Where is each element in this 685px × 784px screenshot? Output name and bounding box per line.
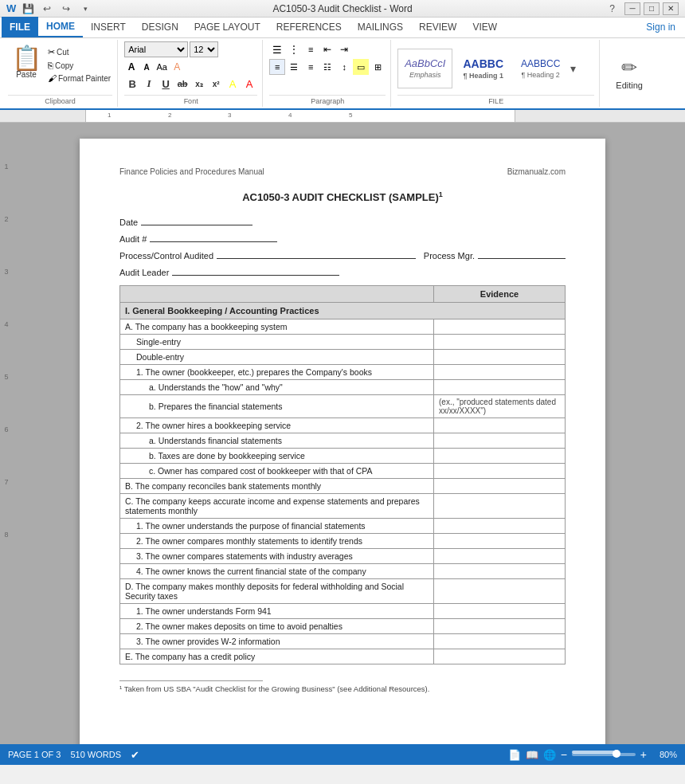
process-mgr-field[interactable] bbox=[478, 248, 566, 259]
evidence-cell bbox=[434, 579, 566, 604]
align-left-button[interactable]: ≡ bbox=[269, 59, 285, 75]
font-size-selector[interactable]: 12 bbox=[190, 41, 218, 57]
increase-indent-button[interactable]: ⇥ bbox=[336, 41, 352, 57]
web-layout-icon[interactable]: 🌐 bbox=[543, 749, 556, 761]
tab-design[interactable]: DESIGN bbox=[134, 17, 186, 37]
quick-redo[interactable]: ↪ bbox=[59, 2, 73, 16]
styles-scroll-down[interactable]: ▾ bbox=[570, 62, 576, 75]
cut-button[interactable]: ✂ Cut bbox=[46, 46, 112, 58]
zoom-in-button[interactable]: + bbox=[640, 748, 647, 761]
read-mode-icon[interactable]: 📖 bbox=[526, 749, 538, 761]
item-cell: Double-entry bbox=[120, 350, 434, 365]
table-row: Single-entry bbox=[120, 335, 566, 350]
multilevel-button[interactable]: ≡ bbox=[303, 41, 319, 57]
tab-mailings[interactable]: MAILINGS bbox=[350, 17, 411, 37]
paste-label: Paste bbox=[16, 70, 37, 79]
superscript-button[interactable]: x² bbox=[208, 76, 224, 92]
table-row: B. The company reconciles bank statement… bbox=[120, 479, 566, 494]
evidence-cell bbox=[434, 519, 566, 534]
date-field[interactable] bbox=[141, 214, 252, 225]
maximize-button[interactable]: □ bbox=[644, 2, 660, 15]
subscript-button[interactable]: x₂ bbox=[191, 76, 207, 92]
clear-format-button[interactable]: A bbox=[170, 60, 184, 74]
justify-button[interactable]: ☷ bbox=[319, 59, 335, 75]
item-cell: Single-entry bbox=[120, 335, 434, 350]
highlight-button[interactable]: A bbox=[225, 76, 241, 92]
tab-view[interactable]: VIEW bbox=[464, 17, 505, 37]
zoom-out-button[interactable]: − bbox=[561, 748, 567, 761]
audit-leader-label: Audit Leader bbox=[119, 268, 169, 277]
quick-more[interactable]: ▾ bbox=[78, 2, 92, 16]
format-painter-button[interactable]: 🖌 Format Painter bbox=[46, 73, 112, 84]
align-right-button[interactable]: ≡ bbox=[303, 59, 319, 75]
header-right: Bizmanualz.com bbox=[507, 167, 566, 176]
sign-in-button[interactable]: Sign in bbox=[636, 17, 685, 37]
editing-label: Editing bbox=[616, 80, 643, 90]
form-fields: Date Audit # Process/Control Audited Pro… bbox=[119, 214, 566, 277]
item-cell: c. Owner has compared cost of bookkeeper… bbox=[120, 464, 434, 479]
quick-save[interactable]: 💾 bbox=[21, 2, 35, 16]
paste-icon: 📋 bbox=[12, 46, 41, 70]
bold-button[interactable]: B bbox=[124, 76, 140, 92]
tab-file[interactable]: FILE bbox=[2, 17, 38, 37]
evidence-cell bbox=[434, 335, 566, 350]
underline-button[interactable]: U bbox=[158, 76, 174, 92]
table-row: a. Understands financial statements bbox=[120, 433, 566, 449]
paste-button[interactable]: 📋 Paste bbox=[8, 45, 45, 80]
table-row: 1. The owner understands the purpose of … bbox=[120, 519, 566, 534]
decrease-indent-button[interactable]: ⇤ bbox=[319, 41, 335, 57]
italic-button[interactable]: I bbox=[141, 76, 157, 92]
evidence-cell bbox=[434, 564, 566, 579]
document-page[interactable]: Finance Policies and Procedures Manual B… bbox=[80, 139, 605, 744]
item-cell: b. Taxes are done by bookkeeping service bbox=[120, 449, 434, 464]
font-name-selector[interactable]: Arial bbox=[124, 41, 188, 57]
shading-button[interactable]: ▭ bbox=[353, 59, 369, 75]
evidence-cell bbox=[434, 350, 566, 365]
align-center-button[interactable]: ☰ bbox=[286, 59, 302, 75]
shrink-font-button[interactable]: A bbox=[139, 60, 154, 74]
date-label: Date bbox=[119, 218, 138, 227]
tab-references[interactable]: REFERENCES bbox=[268, 17, 350, 37]
track-changes-icon[interactable]: ✔ bbox=[131, 749, 139, 761]
strikethrough-button[interactable]: ab bbox=[174, 76, 190, 92]
close-button[interactable]: ✕ bbox=[663, 2, 679, 15]
evidence-cell: (ex., "produced statements dated xx/xx/X… bbox=[434, 395, 566, 418]
item-cell: a. Understands the "how" and "why" bbox=[120, 380, 434, 395]
tab-home[interactable]: HOME bbox=[38, 17, 83, 37]
audit-field-row: Audit # bbox=[119, 231, 566, 244]
tab-page-layout[interactable]: PAGE LAYOUT bbox=[186, 17, 268, 37]
copy-button[interactable]: ⎘ Copy bbox=[46, 60, 112, 71]
zoom-slider[interactable] bbox=[572, 753, 636, 756]
numbering-button[interactable]: ⋮ bbox=[286, 41, 302, 57]
style-heading2[interactable]: AABBCC ¶ Heading 2 bbox=[514, 49, 567, 88]
item-cell: A. The company has a bookkeeping system bbox=[120, 319, 434, 335]
line-spacing-button[interactable]: ↕ bbox=[336, 59, 352, 75]
evidence-cell bbox=[434, 634, 566, 649]
print-layout-icon[interactable]: 📄 bbox=[508, 749, 521, 761]
item-cell: 1. The owner understands the purpose of … bbox=[120, 519, 434, 534]
bullets-button[interactable]: ☰ bbox=[269, 41, 285, 57]
audit-leader-field[interactable] bbox=[172, 265, 339, 276]
footnote: ¹ Taken from US SBA "Audit Checklist for… bbox=[119, 684, 566, 693]
evidence-cell bbox=[434, 449, 566, 464]
style-emphasis[interactable]: AaBbCcI Emphasis bbox=[397, 49, 452, 88]
quick-undo[interactable]: ↩ bbox=[40, 2, 54, 16]
minimize-button[interactable]: ─ bbox=[624, 2, 640, 15]
tab-review[interactable]: REVIEW bbox=[411, 17, 464, 37]
paragraph-group-label: Paragraph bbox=[269, 95, 386, 105]
evidence-cell bbox=[434, 418, 566, 433]
borders-button[interactable]: ⊞ bbox=[370, 59, 386, 75]
font-color-button[interactable]: A bbox=[241, 76, 257, 92]
item-cell: b. Prepares the financial statements bbox=[120, 395, 434, 418]
audit-field[interactable] bbox=[150, 231, 277, 242]
section-header-cell: I. General Bookkeeping / Accounting Prac… bbox=[120, 303, 566, 319]
change-case-button[interactable]: Aa bbox=[155, 60, 169, 74]
process-field[interactable] bbox=[217, 248, 416, 259]
zoom-level[interactable]: 80% bbox=[652, 750, 677, 759]
styles-group-label: FILE bbox=[397, 95, 594, 105]
document-title: AC1050-3 Audit Checklist - Word bbox=[272, 3, 412, 14]
tab-insert[interactable]: INSERT bbox=[83, 17, 134, 37]
style-heading1[interactable]: AABBC ¶ Heading 1 bbox=[456, 49, 511, 88]
grow-font-button[interactable]: A bbox=[124, 60, 139, 74]
help-button[interactable]: ? bbox=[609, 3, 615, 14]
